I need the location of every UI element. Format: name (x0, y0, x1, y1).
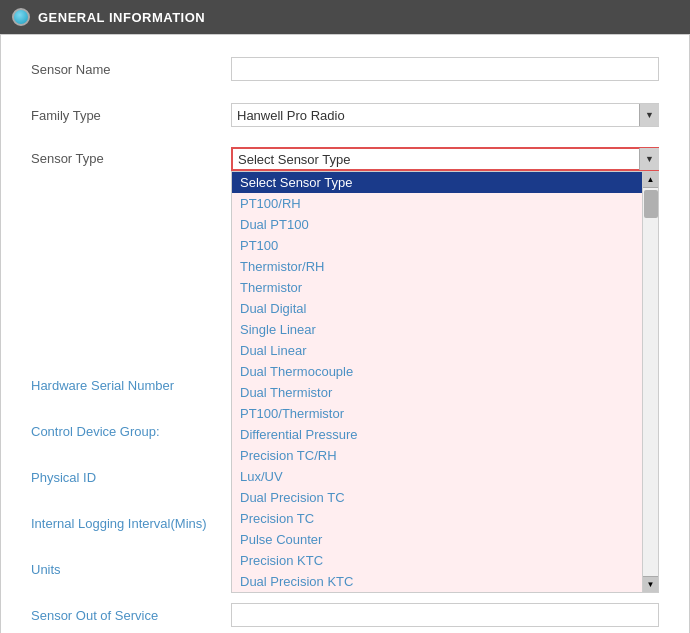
dropdown-item[interactable]: Dual Thermocouple (232, 361, 642, 382)
dropdown-item[interactable]: Dual Linear (232, 340, 642, 361)
family-type-display[interactable]: Hanwell Pro Radio (231, 103, 659, 127)
dropdown-item[interactable]: Dual Precision TC (232, 487, 642, 508)
dropdown-item[interactable]: PT100 (232, 235, 642, 256)
dropdown-item[interactable]: Pulse Counter (232, 529, 642, 550)
general-info-header: GENERAL INFORMATION (0, 0, 690, 34)
sensor-type-row: Sensor Type Select Sensor Type Select Se… (31, 147, 659, 171)
scroll-track (643, 188, 658, 576)
hardware-serial-label: Hardware Serial Number (31, 378, 231, 393)
sensor-out-row: Sensor Out of Service (31, 601, 659, 629)
scroll-up-button[interactable]: ▲ (643, 172, 658, 188)
dropdown-item[interactable]: Precision KTC (232, 550, 642, 571)
physical-id-label: Physical ID (31, 470, 231, 485)
family-type-row: Family Type Hanwell Pro Radio (31, 101, 659, 129)
sensor-type-dropdown[interactable]: Select Sensor TypePT100/RHDual PT100PT10… (231, 171, 659, 593)
dropdown-scrollbar: ▲ ▼ (642, 172, 658, 592)
scroll-down-button[interactable]: ▼ (643, 576, 658, 592)
sensor-type-value: Select Sensor Type (238, 152, 351, 167)
internal-logging-label: Internal Logging Interval(Mins) (31, 516, 231, 531)
units-label: Units (31, 562, 231, 577)
dropdown-item[interactable]: Precision TC (232, 508, 642, 529)
dropdown-item[interactable]: Dual Precision KTC (232, 571, 642, 592)
sensor-type-display[interactable]: Select Sensor Type (231, 147, 659, 171)
dropdown-item[interactable]: Dual PT100 (232, 214, 642, 235)
dropdown-item[interactable]: Select Sensor Type (232, 172, 642, 193)
sensor-name-label: Sensor Name (31, 62, 231, 77)
sensor-out-label: Sensor Out of Service (31, 608, 231, 623)
dropdown-item[interactable]: Lux/UV (232, 466, 642, 487)
family-type-arrow[interactable] (639, 104, 659, 126)
sensor-type-arrow[interactable] (639, 148, 659, 170)
sensor-out-input[interactable] (231, 603, 659, 627)
dropdown-items-list: Select Sensor TypePT100/RHDual PT100PT10… (232, 172, 658, 592)
family-type-wrapper: Hanwell Pro Radio (231, 103, 659, 127)
sensor-name-input[interactable] (231, 57, 659, 81)
sensor-type-label: Sensor Type (31, 147, 231, 166)
dropdown-item[interactable]: Single Linear (232, 319, 642, 340)
header-icon (12, 8, 30, 26)
form-container: Sensor Name Family Type Hanwell Pro Radi… (0, 34, 690, 633)
dropdown-item[interactable]: PT100/Thermistor (232, 403, 642, 424)
family-type-value: Hanwell Pro Radio (237, 108, 345, 123)
family-type-label: Family Type (31, 108, 231, 123)
dropdown-item[interactable]: Thermistor (232, 277, 642, 298)
dropdown-item[interactable]: Dual Digital (232, 298, 642, 319)
control-device-label: Control Device Group: (31, 424, 231, 439)
scroll-thumb (644, 190, 658, 218)
dropdown-item[interactable]: PT100/RH (232, 193, 642, 214)
dropdown-item[interactable]: Differential Pressure (232, 424, 642, 445)
dropdown-item[interactable]: Dual Thermistor (232, 382, 642, 403)
sensor-name-row: Sensor Name (31, 55, 659, 83)
sensor-type-container: Select Sensor Type Select Sensor TypePT1… (231, 147, 659, 171)
dropdown-item[interactable]: Precision TC/RH (232, 445, 642, 466)
general-info-title: GENERAL INFORMATION (38, 10, 205, 25)
dropdown-item[interactable]: Thermistor/RH (232, 256, 642, 277)
